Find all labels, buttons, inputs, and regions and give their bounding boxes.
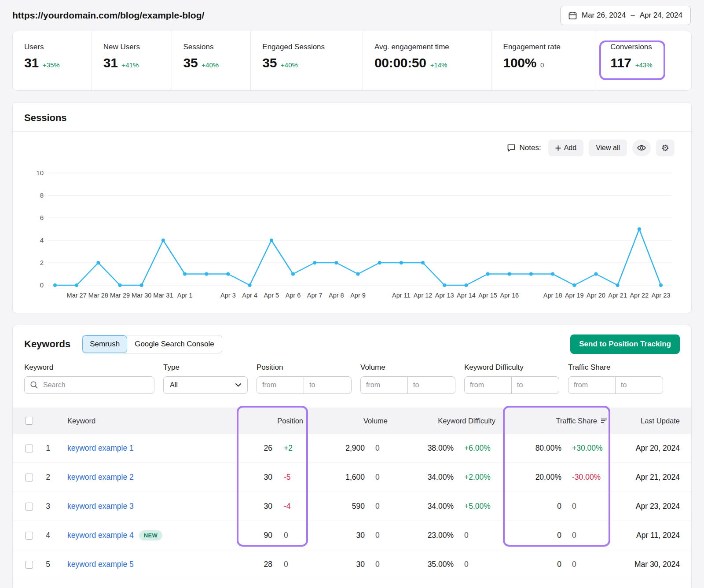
svg-text:Mar 30: Mar 30	[132, 292, 151, 299]
traffic-share-value: 20.00%	[495, 473, 561, 482]
view-all-notes-button[interactable]: View all	[589, 140, 627, 156]
select-all-checkbox[interactable]	[25, 417, 33, 425]
keyword-difficulty-value: 38.00%	[388, 444, 454, 453]
svg-text:Mar 29: Mar 29	[110, 292, 130, 299]
traffic-share-value: 80.00%	[495, 444, 561, 453]
row-checkbox[interactable]	[25, 503, 33, 511]
svg-text:Apr 11: Apr 11	[392, 292, 411, 299]
metric-value-row: 31+35%	[24, 55, 92, 70]
date-range-picker[interactable]: Mar 26, 2024 – Apr 24, 2024	[560, 6, 691, 25]
position-to-input[interactable]	[304, 376, 352, 394]
metric-label: New Users	[103, 43, 172, 51]
metric-avg-engagement-time: Avg. engagement time00:00:50+14%	[363, 31, 492, 90]
metric-label: Sessions	[183, 43, 251, 51]
type-select[interactable]: All	[163, 376, 248, 394]
row-checkbox[interactable]	[25, 532, 33, 540]
svg-text:Apr 7: Apr 7	[307, 292, 323, 299]
svg-text:8: 8	[40, 191, 44, 199]
traffic-share-delta: 0	[561, 531, 608, 540]
type-select-value: All	[170, 381, 178, 389]
svg-text:Apr 5: Apr 5	[264, 292, 279, 299]
date-range-start: Mar 26, 2024	[582, 11, 626, 20]
kd-from-input[interactable]	[464, 376, 512, 394]
table-row: 1keyword example 126+22,900038.00%+6.00%…	[13, 434, 691, 463]
metric-value: 00:00:50	[374, 55, 426, 70]
date-range-end: Apr 24, 2024	[640, 11, 682, 20]
date-range-separator: –	[631, 11, 634, 20]
metric-delta: +35%	[43, 61, 60, 69]
keyword-difficulty-value: 34.00%	[388, 473, 454, 482]
svg-text:2: 2	[40, 259, 44, 266]
volume-to-input[interactable]	[408, 376, 455, 394]
keyword-difficulty-value: 34.00%	[388, 502, 454, 511]
position-from-input[interactable]	[257, 376, 304, 394]
notes-label-group: Notes:	[507, 143, 541, 152]
row-checkbox[interactable]	[25, 474, 33, 481]
last-update: Apr 21, 2024	[608, 473, 691, 482]
row-checkbox-cell	[13, 503, 38, 511]
svg-text:Apr 23: Apr 23	[652, 292, 671, 299]
traffic-from-input[interactable]	[568, 376, 616, 394]
position-value: 30	[233, 502, 272, 511]
row-checkbox[interactable]	[25, 445, 33, 452]
filter-kd-label: Keyword Difficulty	[464, 363, 559, 372]
sessions-title: Sessions	[13, 103, 691, 131]
header-keyword: Keyword	[58, 417, 233, 425]
row-number: 4	[38, 531, 58, 540]
keywords-panel: Keywords Semrush Google Search Console S…	[12, 325, 692, 588]
add-note-label: Add	[564, 144, 576, 152]
last-update: Mar 30, 2024	[608, 560, 691, 569]
keyword-difficulty-delta: 0	[454, 531, 495, 540]
send-to-position-tracking-button[interactable]: Send to Position Tracking	[570, 334, 680, 354]
keyword-difficulty-delta: +2.00%	[454, 473, 495, 482]
metric-delta: 0	[540, 61, 544, 69]
traffic-share-value: 0	[495, 531, 561, 540]
filter-volume-label: Volume	[360, 363, 455, 372]
metric-sessions: Sessions35+40%	[172, 31, 251, 90]
kd-to-input[interactable]	[512, 376, 559, 394]
keyword-search-input[interactable]	[24, 376, 154, 394]
keyword-difficulty-value: 23.00%	[388, 531, 454, 540]
last-update: Apr 11, 2024	[608, 531, 691, 540]
keyword-difficulty-delta: +6.00%	[454, 444, 495, 453]
notes-label: Notes:	[520, 143, 541, 152]
traffic-to-input[interactable]	[616, 376, 663, 394]
keyword-link[interactable]: keyword example 4	[67, 531, 134, 540]
row-checkbox-cell	[13, 445, 38, 452]
header-volume: Volume	[303, 417, 388, 425]
position-delta: 0	[272, 560, 303, 569]
keyword-difficulty-delta: +5.00%	[454, 502, 495, 511]
position-value: 26	[233, 444, 272, 453]
chart-settings-button[interactable]: ⚙	[656, 140, 675, 156]
svg-text:Apr 22: Apr 22	[630, 292, 649, 299]
sort-descending-icon[interactable]	[601, 418, 608, 423]
volume-value: 1,600	[303, 473, 365, 482]
keyword-cell: keyword example 1	[58, 444, 233, 453]
volume-delta: 0	[365, 560, 388, 569]
volume-delta: 0	[365, 473, 388, 482]
metric-value: 31	[24, 55, 39, 70]
row-checkbox[interactable]	[25, 561, 33, 569]
notes-visibility-button[interactable]	[632, 140, 651, 156]
header-keyword-difficulty: Keyword Difficulty	[388, 417, 495, 425]
keyword-link[interactable]: keyword example 2	[67, 473, 134, 482]
position-value: 30	[233, 473, 272, 482]
tab-google-search-console[interactable]: Google Search Console	[127, 335, 222, 353]
svg-text:6: 6	[40, 214, 44, 221]
sessions-chart: 0246810Mar 27Mar 28Mar 29Mar 30Mar 31Apr…	[13, 158, 691, 306]
keyword-link[interactable]: keyword example 3	[67, 502, 134, 511]
add-note-button[interactable]: Add	[548, 140, 583, 156]
tab-semrush[interactable]: Semrush	[82, 335, 127, 353]
last-update: Apr 20, 2024	[608, 444, 691, 453]
volume-from-input[interactable]	[360, 376, 408, 394]
volume-delta: 0	[365, 531, 388, 540]
metric-engagement-rate: Engagement rate100%0	[492, 31, 597, 90]
table-row: 2keyword example 230-51,600034.00%+2.00%…	[13, 463, 691, 492]
metric-delta: +40%	[281, 61, 298, 69]
calendar-icon	[568, 11, 577, 20]
position-delta: -4	[272, 502, 303, 511]
row-number: 2	[38, 473, 58, 482]
keyword-link[interactable]: keyword example 1	[67, 444, 134, 453]
keyword-link[interactable]: keyword example 5	[67, 560, 134, 569]
filter-position: Position	[257, 363, 352, 394]
